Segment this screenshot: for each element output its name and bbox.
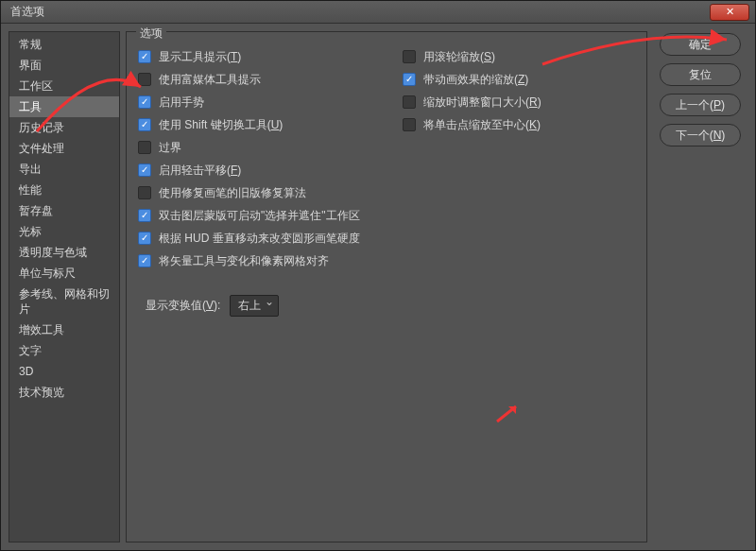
checkbox[interactable] — [138, 164, 151, 177]
sidebar-item-guides[interactable]: 参考线、网格和切片 — [9, 284, 119, 319]
checkbox[interactable] — [403, 118, 416, 131]
sidebar-item-units[interactable]: 单位与标尺 — [9, 263, 119, 284]
checkbox[interactable] — [138, 141, 151, 154]
options-col-right: 用滚轮缩放(S) 带动画效果的缩放(Z) 缩放时调整窗口大小(R) 将单击点缩放… — [403, 49, 592, 268]
checkbox[interactable] — [138, 95, 151, 109]
titlebar: 首选项 ✕ — [1, 1, 755, 24]
sidebar-item-transparency[interactable]: 透明度与色域 — [9, 242, 119, 263]
opt-overscroll[interactable]: 过界 — [138, 140, 384, 155]
opt-label: 启用手势 — [159, 95, 204, 110]
prev-button[interactable]: 上一个(P) — [660, 94, 741, 116]
transform-values-dropdown[interactable]: 右上 — [230, 295, 279, 317]
opt-resize-window[interactable]: 缩放时调整窗口大小(R) — [403, 95, 592, 110]
sidebar-item-workspace[interactable]: 工作区 — [9, 76, 119, 96]
close-icon: ✕ — [726, 6, 734, 18]
checkbox[interactable] — [138, 232, 151, 245]
opt-dblclick-mask[interactable]: 双击图层蒙版可启动"选择并遮住"工作区 — [138, 208, 384, 223]
sidebar-item-scratch[interactable]: 暂存盘 — [9, 200, 119, 221]
sidebar: 常规 界面 工作区 工具 历史记录 文件处理 导出 性能 暂存盘 光标 透明度与… — [9, 31, 120, 542]
opt-label: 根据 HUD 垂直移动来改变圆形画笔硬度 — [159, 231, 360, 246]
opt-label: 缩放时调整窗口大小(R) — [423, 95, 541, 110]
checkbox[interactable] — [138, 186, 151, 199]
next-button[interactable]: 下一个(N) — [660, 124, 741, 146]
close-button[interactable]: ✕ — [710, 4, 749, 21]
options-col-left: 显示工具提示(T) 使用富媒体工具提示 启用手势 使用 Shift 键切换工具(… — [138, 49, 384, 268]
checkbox[interactable] — [138, 50, 151, 63]
sidebar-item-tools[interactable]: 工具 — [9, 96, 119, 117]
opt-anim-zoom[interactable]: 带动画效果的缩放(Z) — [403, 72, 592, 87]
checkbox[interactable] — [138, 254, 151, 267]
checkbox[interactable] — [403, 95, 416, 109]
checkbox[interactable] — [138, 118, 151, 131]
opt-label: 显示工具提示(T) — [159, 49, 241, 64]
opt-show-tooltips[interactable]: 显示工具提示(T) — [138, 49, 384, 64]
opt-rich-tooltips[interactable]: 使用富媒体工具提示 — [138, 72, 384, 87]
sidebar-item-history[interactable]: 历史记录 — [9, 117, 119, 138]
sidebar-item-plugins[interactable]: 增效工具 — [9, 319, 119, 340]
dropdown-label: 显示变换值(V): — [146, 298, 220, 314]
opt-label: 用滚轮缩放(S) — [423, 49, 495, 64]
sidebar-item-general[interactable]: 常规 — [9, 34, 119, 55]
reset-button[interactable]: 复位 — [660, 63, 741, 86]
sidebar-item-3d[interactable]: 3D — [9, 361, 119, 382]
group-label: 选项 — [136, 26, 166, 42]
opt-gestures[interactable]: 启用手势 — [138, 95, 384, 110]
opt-scroll-zoom[interactable]: 用滚轮缩放(S) — [403, 49, 592, 64]
opt-flick-pan[interactable]: 启用轻击平移(F) — [138, 163, 384, 178]
opt-shift-switch[interactable]: 使用 Shift 键切换工具(U) — [138, 117, 384, 132]
sidebar-item-type[interactable]: 文字 — [9, 340, 119, 361]
annotation-arrow-small — [495, 401, 533, 432]
opt-label: 双击图层蒙版可启动"选择并遮住"工作区 — [159, 208, 360, 223]
opt-label: 带动画效果的缩放(Z) — [423, 72, 528, 87]
checkbox[interactable] — [138, 73, 151, 86]
opt-label: 使用富媒体工具提示 — [159, 72, 261, 87]
opt-label: 使用修复画笔的旧版修复算法 — [159, 185, 306, 200]
opt-hud-hardness[interactable]: 根据 HUD 垂直移动来改变圆形画笔硬度 — [138, 231, 384, 246]
opt-snap-vector[interactable]: 将矢量工具与变化和像素网格对齐 — [138, 253, 384, 268]
transform-values-row: 显示变换值(V): 右上 — [127, 276, 646, 324]
checkbox[interactable] — [403, 50, 416, 63]
sidebar-item-cursors[interactable]: 光标 — [9, 221, 119, 242]
opt-label: 将单击点缩放至中心(K) — [423, 117, 541, 132]
opt-label: 过界 — [159, 140, 181, 155]
sidebar-item-interface[interactable]: 界面 — [9, 55, 119, 76]
opt-label: 使用 Shift 键切换工具(U) — [159, 117, 283, 132]
options-panel: 选项 显示工具提示(T) 使用富媒体工具提示 启用手势 使用 Shift 键切换… — [126, 31, 647, 542]
sidebar-item-performance[interactable]: 性能 — [9, 180, 119, 200]
body: 常规 界面 工作区 工具 历史记录 文件处理 导出 性能 暂存盘 光标 透明度与… — [1, 24, 755, 550]
sidebar-item-filehandling[interactable]: 文件处理 — [9, 138, 119, 159]
sidebar-item-techpreview[interactable]: 技术预览 — [9, 382, 119, 403]
window-title: 首选项 — [10, 4, 710, 20]
button-pane: 确定 复位 上一个(P) 下一个(N) — [653, 31, 747, 542]
checkbox[interactable] — [403, 73, 416, 86]
ok-button[interactable]: 确定 — [660, 33, 741, 56]
options-grid: 显示工具提示(T) 使用富媒体工具提示 启用手势 使用 Shift 键切换工具(… — [127, 32, 646, 276]
opt-click-center[interactable]: 将单击点缩放至中心(K) — [403, 117, 592, 132]
preferences-window: 首选项 ✕ 常规 界面 工作区 工具 历史记录 文件处理 导出 性能 暂存盘 光… — [0, 0, 756, 551]
opt-legacy-healing[interactable]: 使用修复画笔的旧版修复算法 — [138, 185, 384, 200]
opt-label: 启用轻击平移(F) — [159, 163, 241, 178]
opt-label: 将矢量工具与变化和像素网格对齐 — [159, 253, 329, 268]
sidebar-item-export[interactable]: 导出 — [9, 159, 119, 180]
checkbox[interactable] — [138, 209, 151, 222]
